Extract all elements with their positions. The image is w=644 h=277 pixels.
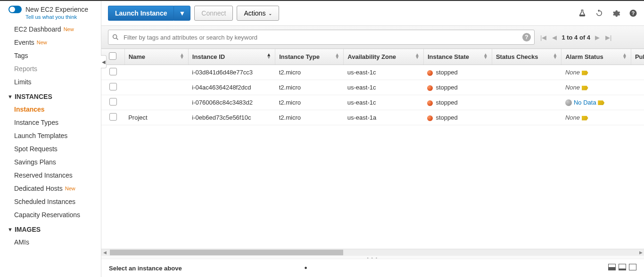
nav-item-top-2[interactable]: Tags: [0, 49, 101, 62]
launch-instance-button[interactable]: Launch Instance: [108, 6, 173, 21]
scrollbar-thumb[interactable]: [110, 250, 343, 255]
page-first-button[interactable]: |◀: [539, 33, 547, 42]
column-label: Instance Type: [279, 53, 320, 60]
page-prev-button[interactable]: ◀: [551, 33, 558, 42]
filter-input[interactable]: [108, 30, 535, 45]
nav-item-label: Reports: [14, 65, 37, 73]
nav-item-0-8[interactable]: Capacity Reservations: [0, 208, 101, 221]
search-icon: [112, 33, 119, 41]
detail-pane: Select an instance above •: [101, 259, 644, 277]
filter-bar: ? |◀ ◀ 1 to 4 of 4 ▶ ▶|: [101, 26, 644, 49]
nav-item-0-4[interactable]: Savings Plans: [0, 155, 101, 169]
new-badge: New: [37, 40, 47, 45]
column-header-0[interactable]: Name▲▼: [124, 49, 188, 65]
nav-item-label: Launch Templates: [14, 132, 67, 139]
state-dot-icon: [427, 100, 433, 106]
column-header-4[interactable]: Instance State▲▼: [423, 49, 492, 65]
nav-item-label: Savings Plans: [14, 158, 56, 166]
nav-item-0-1[interactable]: Instance Types: [0, 116, 101, 129]
settings-icon[interactable]: [612, 9, 620, 17]
nav-item-top-0[interactable]: EC2 DashboardNew: [0, 23, 101, 36]
tag-icon[interactable]: [598, 100, 604, 105]
column-header-5[interactable]: Status Checks▲▼: [492, 49, 561, 65]
row-checkbox[interactable]: [109, 68, 117, 75]
refresh-icon[interactable]: [595, 9, 603, 17]
cell-status-checks: [492, 80, 561, 95]
cell-name: [124, 65, 188, 80]
experiments-icon[interactable]: [578, 9, 586, 17]
launch-instance-dropdown[interactable]: ▼: [173, 6, 190, 21]
nav-item-label: Dedicated Hosts: [14, 185, 63, 192]
nav-item-top-4[interactable]: Limits: [0, 75, 101, 89]
layout-split-icon[interactable]: [619, 264, 626, 270]
cell-instance-id: i-04ac46364248f2dcd: [188, 80, 275, 95]
help-icon[interactable]: ?: [629, 9, 637, 17]
page-label: 1 to 4 of 4: [561, 34, 590, 41]
feedback-link[interactable]: Tell us what you think: [25, 14, 94, 20]
column-header-6[interactable]: Alarm Status▲▼: [561, 49, 631, 65]
nav-section-0[interactable]: ▼INSTANCES: [0, 89, 101, 103]
row-checkbox[interactable]: [109, 83, 117, 90]
table-row[interactable]: i-03d841d6d48e77cc3t2.microus-east-1csto…: [101, 65, 644, 80]
nav-item-0-3[interactable]: Spot Requests: [0, 142, 101, 155]
cell-instance-id: i-0eb6ed73c5e56f10c: [188, 110, 275, 125]
table-row[interactable]: i-0760068c84c3483d2t2.microus-east-1csto…: [101, 95, 644, 110]
layout-full-icon[interactable]: [629, 264, 636, 270]
column-label: Status Checks: [496, 53, 538, 60]
column-header-2[interactable]: Instance Type▲▼: [275, 49, 344, 65]
row-checkbox[interactable]: [109, 98, 117, 106]
nav-item-0-5[interactable]: Reserved Instances: [0, 169, 101, 182]
column-header-3[interactable]: Availability Zone▲▼: [344, 49, 424, 65]
nav-item-0-6[interactable]: Dedicated HostsNew: [0, 182, 101, 195]
sidebar-header: New EC2 Experience Tell us what you thin…: [0, 1, 101, 23]
connect-button[interactable]: Connect: [194, 6, 233, 21]
sidebar-collapse-button[interactable]: ◀: [101, 55, 107, 68]
sidebar: New EC2 Experience Tell us what you thin…: [0, 1, 101, 277]
pane-resize-handle[interactable]: ▪ ▪ ▪: [101, 255, 644, 259]
scroll-left-icon[interactable]: ◀: [101, 250, 108, 255]
column-label: Alarm Status: [565, 53, 603, 60]
svg-text:?: ?: [632, 10, 635, 16]
nav-item-top-3[interactable]: Reports: [0, 62, 101, 75]
nav-section-1[interactable]: ▼IMAGES: [0, 221, 101, 236]
sort-icon: ▲▼: [180, 53, 184, 59]
tag-icon[interactable]: [582, 86, 588, 90]
column-header-1[interactable]: Instance ID▲▼: [188, 49, 275, 65]
page-next-button[interactable]: ▶: [594, 33, 601, 42]
sidebar-nav[interactable]: EC2 DashboardNewEventsNewTagsReportsLimi…: [0, 23, 101, 277]
alarm-status-text[interactable]: No Data: [574, 99, 596, 106]
nav-item-0-7[interactable]: Scheduled Instances: [0, 195, 101, 208]
row-checkbox[interactable]: [109, 113, 117, 121]
nav-item-0-0[interactable]: Instances: [0, 103, 101, 116]
toggle-label: New EC2 Experience: [25, 6, 88, 13]
page-last-button[interactable]: ▶|: [604, 33, 612, 42]
tag-icon[interactable]: [582, 71, 588, 75]
scroll-right-icon[interactable]: ▶: [637, 250, 644, 255]
nav-item-1-0[interactable]: AMIs: [0, 236, 101, 249]
cell-instance-type: t2.micro: [275, 110, 344, 125]
tag-icon[interactable]: [582, 116, 588, 121]
layout-bottom-icon[interactable]: [608, 264, 616, 270]
table-row[interactable]: Projecti-0eb6ed73c5e56f10ct2.microus-eas…: [101, 110, 644, 125]
caret-down-icon: ▼: [8, 94, 13, 99]
nav-item-0-2[interactable]: Launch Templates: [0, 129, 101, 142]
sort-icon: ▲▼: [483, 53, 488, 59]
instances-table-wrap[interactable]: Name▲▼Instance ID▲▼Instance Type▲▼Availa…: [101, 49, 644, 249]
actions-button[interactable]: Actions ⌄: [237, 6, 279, 21]
filter-help-icon[interactable]: ?: [522, 33, 531, 41]
cell-state: stopped: [423, 95, 492, 110]
select-all-checkbox[interactable]: [109, 52, 116, 60]
sort-icon: ▲▼: [266, 53, 271, 59]
table-row[interactable]: i-04ac46364248f2dcdt2.microus-east-1csto…: [101, 80, 644, 95]
nav-item-top-1[interactable]: EventsNew: [0, 36, 101, 49]
column-label: Availability Zone: [347, 53, 396, 60]
search-wrap: ?: [108, 30, 535, 45]
new-experience-toggle[interactable]: [8, 6, 22, 13]
horizontal-scrollbar[interactable]: ◀ ▶: [101, 249, 644, 255]
detail-bullet: •: [305, 264, 307, 272]
cell-instance-type: t2.micro: [275, 95, 344, 110]
sort-icon: ▲▼: [553, 53, 558, 59]
cell-state: stopped: [423, 80, 492, 95]
column-header-7[interactable]: Public DNS (IPv4)▲▼: [631, 49, 644, 65]
caret-down-icon: ▼: [8, 227, 13, 232]
